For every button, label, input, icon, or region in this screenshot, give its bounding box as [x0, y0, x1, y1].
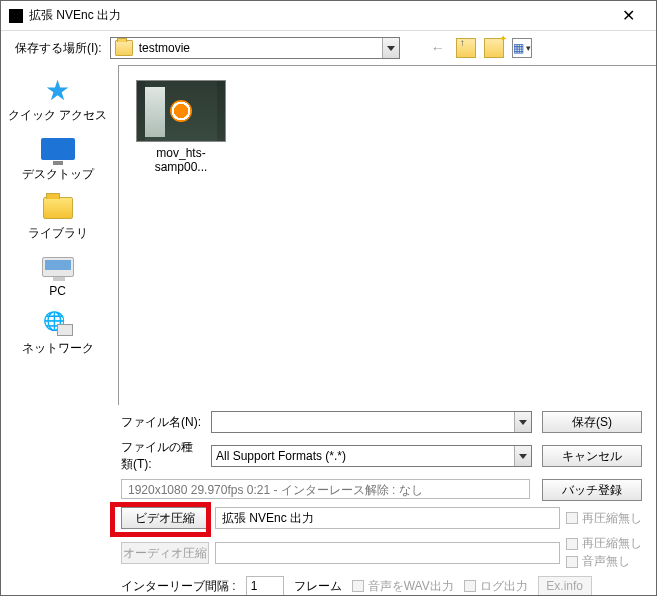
sidebar-item-label: ネットワーク: [22, 340, 94, 357]
cancel-button[interactable]: キャンセル: [542, 445, 642, 467]
app-icon: [9, 9, 23, 23]
audio-codec-value: [215, 542, 560, 564]
log-output-check: ログ出力: [464, 578, 528, 595]
filetype-value[interactable]: [212, 449, 514, 463]
sidebar-item-label: デスクトップ: [22, 166, 94, 183]
file-item-label: mov_hts-samp00...: [133, 146, 229, 174]
video-no-recompress-check: 再圧縮無し: [566, 510, 642, 527]
window-title: 拡張 NVEnc 出力: [29, 7, 608, 24]
file-item[interactable]: mov_hts-samp00...: [133, 80, 229, 174]
sidebar-item-label: ライブラリ: [28, 225, 88, 242]
checkbox-icon: [566, 538, 578, 550]
video-compress-button[interactable]: ビデオ圧縮: [121, 507, 209, 529]
no-audio-check: 音声無し: [566, 553, 642, 570]
folder-icon: [115, 40, 133, 56]
checkbox-icon: [566, 556, 578, 568]
chevron-down-icon[interactable]: [514, 446, 531, 466]
location-row: 保存する場所(I): testmovie: [1, 31, 656, 65]
new-folder-icon[interactable]: [484, 38, 504, 58]
interleave-unit: フレーム: [294, 578, 342, 595]
sidebar-item-desktop[interactable]: デスクトップ: [22, 134, 94, 183]
chevron-down-icon[interactable]: [514, 412, 531, 432]
filetype-label: ファイルの種類(T):: [121, 439, 201, 473]
batch-register-button[interactable]: バッチ登録: [542, 479, 642, 501]
video-thumbnail-icon: [136, 80, 226, 142]
checkbox-icon: [352, 580, 364, 592]
nav-icons: [428, 38, 532, 58]
filename-field[interactable]: [211, 411, 532, 433]
up-one-level-icon[interactable]: [456, 38, 476, 58]
media-info: 1920x1080 29.970fps 0:21 - インターレース解除 : な…: [121, 479, 530, 499]
video-codec-value: 拡張 NVEnc 出力: [215, 507, 560, 529]
sidebar-item-label: PC: [49, 284, 66, 298]
save-button[interactable]: 保存(S): [542, 411, 642, 433]
sidebar-item-quickaccess[interactable]: クイック アクセス: [8, 75, 107, 124]
audio-no-recompress-check: 再圧縮無し: [566, 535, 642, 552]
filetype-field[interactable]: [211, 445, 532, 467]
filename-label: ファイル名(N):: [121, 414, 201, 431]
interleave-label: インターリーブ間隔 :: [121, 578, 236, 595]
sidebar-item-network[interactable]: ネットワーク: [22, 308, 94, 357]
view-menu-icon[interactable]: [512, 38, 532, 58]
back-icon[interactable]: [428, 38, 448, 58]
location-combo[interactable]: testmovie: [110, 37, 400, 59]
chevron-down-icon[interactable]: [382, 38, 399, 58]
checkbox-icon: [566, 512, 578, 524]
file-pane[interactable]: mov_hts-samp00...: [118, 65, 656, 405]
titlebar: 拡張 NVEnc 出力 ✕: [1, 1, 656, 31]
star-icon: [40, 75, 76, 105]
audio-compress-button: オーディオ圧縮: [121, 542, 209, 564]
network-icon: [43, 310, 73, 336]
exinfo-button: Ex.info: [538, 576, 592, 596]
main-area: クイック アクセス デスクトップ ライブラリ PC ネットワーク mov_hts…: [1, 65, 656, 405]
sidebar-item-label: クイック アクセス: [8, 107, 107, 124]
desktop-icon: [41, 138, 75, 160]
places-sidebar: クイック アクセス デスクトップ ライブラリ PC ネットワーク: [1, 65, 114, 405]
location-label: 保存する場所(I):: [15, 40, 102, 57]
wav-output-check: 音声をWAV出力: [352, 578, 454, 595]
library-icon: [43, 197, 73, 219]
sidebar-item-pc[interactable]: PC: [40, 252, 76, 298]
location-value: testmovie: [137, 41, 382, 55]
pc-icon: [42, 257, 74, 277]
sidebar-item-libraries[interactable]: ライブラリ: [28, 193, 88, 242]
close-button[interactable]: ✕: [608, 6, 648, 25]
interleave-value[interactable]: 1: [246, 576, 284, 596]
checkbox-icon: [464, 580, 476, 592]
filename-input[interactable]: [212, 415, 514, 429]
bottom-panel: ファイル名(N): 保存(S) ファイルの種類(T): キャンセル 1920x1…: [1, 405, 656, 596]
